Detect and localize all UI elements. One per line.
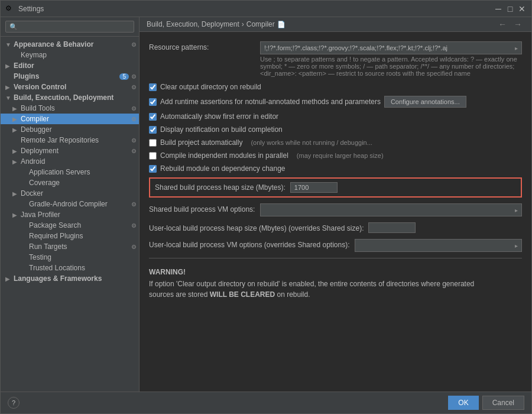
checkbox-clear-output-input[interactable] <box>149 83 157 91</box>
sidebar-label: Gradle-Android Compiler <box>29 200 129 208</box>
forward-button[interactable]: → <box>511 20 524 29</box>
cancel-button[interactable]: Cancel <box>482 396 524 410</box>
settings-icon: ⚙ <box>131 222 137 229</box>
sidebar-label: Android <box>21 157 137 166</box>
sidebar-item-build-tools[interactable]: ▶ Build Tools ⚙ <box>1 103 139 114</box>
checkbox-compile-parallel-label: Compile independent modules in parallel <box>160 151 288 160</box>
arrow-icon: ▶ <box>12 148 21 154</box>
sidebar-item-plugins[interactable]: Plugins 5 ⚙ <box>1 71 139 82</box>
sidebar-item-app-servers[interactable]: Application Servers <box>1 167 139 177</box>
checkbox-runtime-assertions-label: Add runtime assertions for notnull-annot… <box>160 98 381 106</box>
sidebar-label: Editor <box>14 62 137 70</box>
sidebar-label: Debugger <box>21 125 137 134</box>
sidebar-item-deployment[interactable]: ▶ Deployment ⚙ <box>1 145 139 156</box>
breadcrumb-part2: Compiler <box>246 20 275 28</box>
checkbox-display-notification: Display notification on build completion <box>149 125 522 134</box>
settings-icon: ⚙ <box>131 244 137 250</box>
resource-patterns-hint: Use ; to separate patterns and ! to nega… <box>260 56 522 77</box>
resource-patterns-row: Resource patterns: !;!?*.form;!?*.class;… <box>149 41 522 77</box>
sidebar-item-compiler[interactable]: ▶ Compiler ⚙ <box>1 114 139 124</box>
checkbox-show-first-error-input[interactable] <box>149 113 157 121</box>
sidebar-label: Coverage <box>29 179 137 187</box>
ok-button[interactable]: OK <box>448 396 478 410</box>
warning-text: If option 'Clear output directory on reb… <box>149 279 522 300</box>
checkbox-clear-output-label: Clear output directory on rebuild <box>160 83 261 91</box>
checkbox-rebuild-module-input[interactable] <box>149 165 157 173</box>
heap-size-input[interactable] <box>290 182 338 193</box>
checkbox-rebuild-module: Rebuild module on dependency change <box>149 164 522 173</box>
sidebar-item-remote-jar[interactable]: Remote Jar Repositories ⚙ <box>1 135 139 145</box>
warning-title: WARNING! <box>149 268 522 276</box>
arrow-icon: ▼ <box>5 95 14 101</box>
bottom-bar: ? OK Cancel <box>1 392 531 413</box>
maximize-button[interactable]: □ <box>505 4 515 14</box>
plugins-badge: 5 <box>119 73 129 80</box>
sidebar-item-android[interactable]: ▶ Android <box>1 156 139 167</box>
checkbox-runtime-assertions-input[interactable] <box>149 98 157 106</box>
resource-patterns-value: !;!?*.form;!?*.class;!?*.groovy;!?*.scal… <box>260 41 522 77</box>
checkbox-compile-parallel: Compile independent modules in parallel … <box>149 151 522 160</box>
sidebar-label: Docker <box>21 189 137 198</box>
checkbox-display-notification-input[interactable] <box>149 126 157 134</box>
sidebar-label: Build, Execution, Deployment <box>14 93 137 102</box>
vm-options-field[interactable]: ▸ <box>260 203 522 216</box>
breadcrumb: Build, Execution, Deployment › Compiler … <box>147 20 286 28</box>
sidebar-item-docker[interactable]: ▶ Docker <box>1 188 139 199</box>
close-button[interactable]: ✕ <box>517 4 527 14</box>
sidebar-item-testing[interactable]: Testing <box>1 252 139 263</box>
user-vm-value: ▸ <box>355 239 523 252</box>
arrow-icon: ▶ <box>12 105 21 112</box>
sidebar-item-debugger[interactable]: ▶ Debugger <box>1 124 139 135</box>
sidebar-item-coverage[interactable]: Coverage <box>1 177 139 188</box>
resource-patterns-text: !;!?*.form;!?*.class;!?*.groovy;!?*.scal… <box>264 44 515 51</box>
resource-patterns-label: Resource patterns: <box>149 41 255 51</box>
sidebar-item-version-control[interactable]: ▶ Version Control ⚙ <box>1 82 139 92</box>
warning-box: WARNING! If option 'Clear output directo… <box>149 263 522 305</box>
search-input[interactable] <box>5 21 134 33</box>
sidebar-item-editor[interactable]: ▶ Editor <box>1 60 139 71</box>
minimize-button[interactable]: ─ <box>494 4 503 14</box>
breadcrumb-part1: Build, Execution, Deployment <box>147 20 239 28</box>
sidebar-label: Trusted Locations <box>29 264 137 272</box>
back-button[interactable]: ← <box>496 20 509 29</box>
checkbox-runtime-assertions: Add runtime assertions for notnull-annot… <box>149 96 522 108</box>
resource-patterns-field[interactable]: !;!?*.form;!?*.class;!?*.groovy;!?*.scal… <box>260 41 522 54</box>
sidebar-label: Deployment <box>21 147 129 155</box>
warning-text-content: If option 'Clear output directory on reb… <box>149 280 474 299</box>
checkbox-compile-parallel-input[interactable] <box>149 152 157 160</box>
arrow-icon: ▶ <box>12 159 21 165</box>
sidebar-item-run-targets[interactable]: Run Targets ⚙ <box>1 241 139 252</box>
checkbox-clear-output: Clear output directory on rebuild <box>149 83 522 91</box>
user-heap-input[interactable] <box>368 222 416 233</box>
settings-icon: ⚙ <box>131 137 137 144</box>
sidebar-label: Application Servers <box>29 168 137 176</box>
settings-content: Resource patterns: !;!?*.form;!?*.class;… <box>140 32 531 392</box>
checkbox-build-auto-input[interactable] <box>149 139 157 147</box>
sidebar-item-appearance[interactable]: ▼ Appearance & Behavior ⚙ <box>1 39 139 50</box>
arrow-icon: ▶ <box>12 212 21 218</box>
sidebar-item-required-plugins[interactable]: Required Plugins <box>1 231 139 241</box>
settings-icon: ⚙ <box>131 73 137 80</box>
sidebar-label: Build Tools <box>21 104 129 112</box>
build-auto-note: (only works while not running / debuggin… <box>251 139 372 146</box>
vm-options-value: ▸ <box>260 203 522 216</box>
user-vm-field[interactable]: ▸ <box>355 239 523 252</box>
sidebar-item-package-search[interactable]: Package Search ⚙ <box>1 220 139 231</box>
sidebar-label: Remote Jar Repositories <box>21 136 129 144</box>
sidebar-item-trusted-locations[interactable]: Trusted Locations <box>1 263 139 273</box>
settings-window: ⚙ Settings ─ □ ✕ ▼ Appearance & Behavior… <box>0 0 532 414</box>
help-button[interactable]: ? <box>8 397 20 409</box>
heap-size-row: Shared build process heap size (Mbytes): <box>149 177 522 198</box>
breadcrumb-nav: ← → <box>496 20 524 29</box>
sidebar-item-java-profiler[interactable]: ▶ Java Profiler <box>1 209 139 220</box>
configure-annotations-button[interactable]: Configure annotations... <box>384 96 466 108</box>
sidebar-item-gradle-android[interactable]: Gradle-Android Compiler ⚙ <box>1 199 139 209</box>
sidebar-item-keymap[interactable]: Keymap <box>1 50 139 60</box>
checkbox-display-notification-label: Display notification on build completion <box>160 125 283 134</box>
sidebar-item-build-exec-deploy[interactable]: ▼ Build, Execution, Deployment <box>1 92 139 103</box>
app-icon: ⚙ <box>5 4 15 14</box>
bottom-actions: OK Cancel <box>448 396 524 410</box>
sidebar-item-languages[interactable]: ▶ Languages & Frameworks <box>1 273 139 284</box>
checkbox-show-first-error-label: Automatically show first error in editor <box>160 112 278 121</box>
settings-icon: ⚙ <box>131 105 137 112</box>
